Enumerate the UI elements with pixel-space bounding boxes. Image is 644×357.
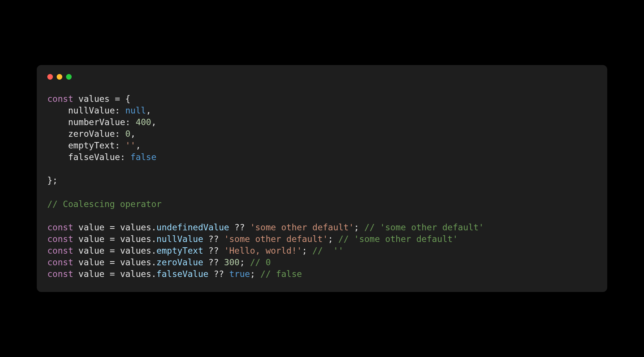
property: nullValue <box>68 106 115 115</box>
keyword-const: const <box>47 257 73 267</box>
punctuation: = { <box>110 94 130 104</box>
punctuation: ; <box>328 234 339 244</box>
punctuation: : <box>125 117 136 127</box>
punctuation: }; <box>47 175 58 185</box>
punctuation: ; <box>250 269 260 279</box>
property-access: zeroValue <box>156 257 203 267</box>
punctuation: : <box>115 141 125 150</box>
operator: = <box>104 257 120 267</box>
string-literal: 'some other default' <box>224 234 328 244</box>
maximize-icon[interactable] <box>66 74 72 80</box>
punctuation: . <box>151 269 156 279</box>
string-literal: 'Hello, world!' <box>224 246 302 256</box>
comment: // false <box>260 269 302 279</box>
property: falseValue <box>68 152 120 162</box>
punctuation: ; <box>239 257 250 267</box>
punctuation: . <box>151 246 156 256</box>
identifier: values <box>120 234 151 244</box>
punctuation: : <box>120 152 131 162</box>
punctuation: : <box>115 106 125 115</box>
null-literal: null <box>125 106 146 115</box>
punctuation: ; <box>354 222 364 232</box>
code-block: const values = { nullValue: null, number… <box>47 93 597 280</box>
comment: // '' <box>312 246 343 256</box>
property-access: emptyText <box>156 246 203 256</box>
identifier: values <box>78 94 110 104</box>
window-titlebar <box>47 74 597 80</box>
identifier: value <box>78 246 104 256</box>
punctuation: , <box>131 129 136 139</box>
comment: // 0 <box>250 257 271 267</box>
keyword-const: const <box>47 234 73 244</box>
number-literal: 0 <box>125 129 131 139</box>
comment: // 'some other default' <box>364 222 484 232</box>
identifier: values <box>120 222 151 232</box>
comment: // 'some other default' <box>339 234 458 244</box>
identifier: values <box>120 269 151 279</box>
operator: ?? <box>229 222 250 232</box>
code-window: const values = { nullValue: null, number… <box>37 65 607 292</box>
operator: = <box>104 234 120 244</box>
punctuation: , <box>146 106 151 115</box>
operator: = <box>104 222 120 232</box>
operator: ?? <box>203 246 224 256</box>
number-literal: 300 <box>224 257 240 267</box>
number-literal: 400 <box>135 117 151 127</box>
boolean-literal: false <box>131 152 156 162</box>
punctuation: . <box>151 234 156 244</box>
identifier: value <box>78 222 104 232</box>
identifier: values <box>120 257 151 267</box>
string-literal: '' <box>125 141 136 150</box>
property: zeroValue <box>68 129 115 139</box>
string-literal: 'some other default' <box>250 222 354 232</box>
keyword-const: const <box>47 246 73 256</box>
minimize-icon[interactable] <box>57 74 62 80</box>
property: numberValue <box>68 117 125 127</box>
close-icon[interactable] <box>47 74 53 80</box>
identifier: value <box>78 269 104 279</box>
keyword-const: const <box>47 94 73 104</box>
operator: ?? <box>203 234 224 244</box>
keyword-const: const <box>47 222 73 232</box>
operator: = <box>104 246 120 256</box>
punctuation: . <box>151 257 156 267</box>
punctuation: ; <box>302 246 313 256</box>
property-access: nullValue <box>156 234 203 244</box>
boolean-literal: true <box>229 269 250 279</box>
identifier: value <box>78 257 104 267</box>
operator: ?? <box>203 257 224 267</box>
property-access: undefinedValue <box>156 222 229 232</box>
punctuation: . <box>151 222 156 232</box>
punctuation: : <box>115 129 125 139</box>
operator: = <box>104 269 120 279</box>
punctuation: , <box>151 117 156 127</box>
identifier: values <box>120 246 151 256</box>
identifier: value <box>78 234 104 244</box>
comment: // Coalescing operator <box>47 199 162 209</box>
punctuation: , <box>135 141 141 150</box>
keyword-const: const <box>47 269 73 279</box>
property-access: falseValue <box>156 269 208 279</box>
operator: ?? <box>208 269 229 279</box>
property: emptyText <box>68 141 115 150</box>
